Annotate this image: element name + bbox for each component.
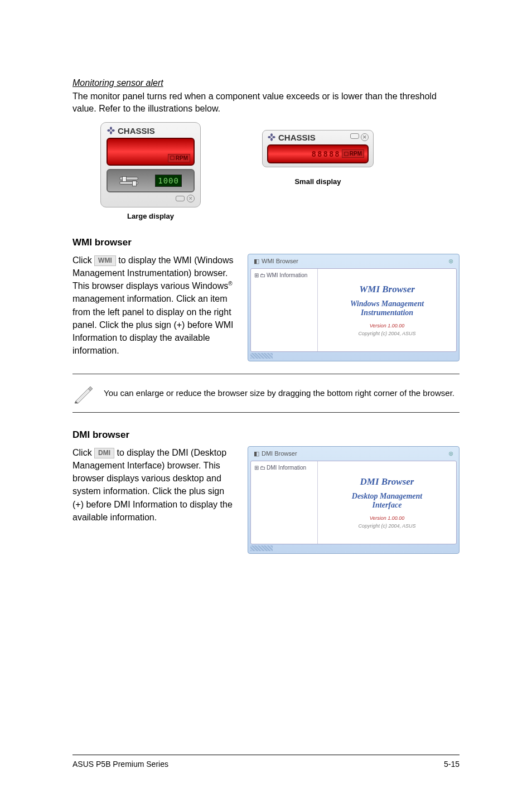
dmi-tree-pane: ⊞ 🗀 DMI Information [251, 461, 318, 544]
controller-icon[interactable] [176, 196, 185, 201]
registered-mark: ® [228, 281, 232, 287]
wmi-content-pane: WMI Browser Windows Management Instrumen… [318, 269, 456, 351]
window-icon: ◧ [254, 258, 259, 265]
svg-rect-1 [345, 152, 348, 156]
small-panel-header: CHASSIS ✕ [267, 133, 369, 142]
small-caption: Small display [262, 177, 374, 186]
large-display-panel: CHASSIS RPM 1000 ✕ [100, 122, 201, 207]
wmi-text-1: Click [72, 255, 94, 265]
large-panel-container: CHASSIS RPM 1000 ✕ [100, 122, 201, 220]
close-panel-icon[interactable]: ✕ [187, 195, 195, 202]
note-box: You can enlarge or reduce the browser si… [72, 374, 460, 413]
fan-icon-small [267, 133, 276, 142]
pencil-icon [72, 382, 95, 404]
large-panel-title: CHASSIS [118, 126, 155, 136]
controller-icon-small[interactable] [350, 133, 359, 139]
wmi-sub1: Windows Management [350, 299, 424, 308]
wmi-tree-label: WMI Information [267, 272, 307, 278]
dmi-version: Version 1.00.00 [370, 515, 405, 521]
wmi-window-titlebar: ◧WMI Browser ⊗ [250, 257, 457, 266]
dmi-browser-window: ◧DMI Browser ⊗ ⊞ 🗀 DMI Information DMI B… [248, 446, 460, 554]
dmi-content-pane: DMI Browser Desktop Management Interface… [318, 461, 456, 544]
dmi-section: Click DMI to display the DMI (Desktop Ma… [72, 446, 460, 554]
large-gray-controls: 1000 [107, 169, 195, 192]
rpm-mini-icon [170, 156, 175, 160]
wmi-section: Click WMI to display the WMI (Windows Ma… [72, 254, 460, 361]
wmi-tree-root[interactable]: ⊞ 🗀 WMI Information [254, 272, 314, 278]
large-caption: Large display [100, 212, 201, 220]
dmi-content-sub: Desktop Management Interface [352, 492, 422, 510]
dmi-heading: DMI browser [72, 429, 460, 441]
dmi-window-title: DMI Browser [262, 450, 297, 457]
footer-right: 5-15 [444, 760, 460, 769]
large-panel-header: CHASSIS [107, 126, 195, 136]
green-readout: 1000 [155, 175, 182, 187]
wmi-version: Version 1.00.00 [370, 323, 405, 328]
small-digits: 88888 [312, 149, 341, 158]
svg-rect-0 [171, 156, 174, 160]
dmi-window-titlebar: ◧DMI Browser ⊗ [250, 449, 457, 458]
large-red-gauge: RPM [107, 138, 195, 166]
wmi-text-3: management information. Click an item fr… [72, 294, 234, 355]
monitoring-description: The monitor panel turns red when a compo… [72, 90, 460, 115]
wmi-content-sub: Windows Management Instrumentation [350, 299, 424, 317]
monitoring-heading: Monitoring sensor alert [72, 78, 460, 88]
dmi-sub2: Interface [373, 501, 402, 509]
wmi-window-title: WMI Browser [262, 258, 298, 264]
fan-icon [107, 126, 115, 135]
dmi-text-1: Click [72, 448, 94, 457]
plus-icon[interactable]: ⊞ [254, 272, 259, 278]
wmi-browser-inner: ⊞ 🗀 WMI Information WMI Browser Windows … [250, 268, 457, 352]
dmi-text-2: to display the DMI (Desktop Management I… [72, 448, 233, 522]
small-panel-title: CHASSIS [278, 133, 316, 142]
wmi-browser-window: ◧WMI Browser ⊗ ⊞ 🗀 WMI Information WMI B… [248, 254, 460, 361]
slider-top[interactable] [119, 177, 138, 180]
panel-footer-icons: ✕ [107, 195, 195, 202]
plus-icon-dmi[interactable]: ⊞ [254, 465, 259, 471]
dmi-tree-label: DMI Information [267, 465, 306, 471]
window-icon-dmi: ◧ [254, 450, 259, 457]
dmi-copyright: Copyright (c) 2004, ASUS [358, 523, 415, 529]
slider-group [119, 177, 138, 185]
small-display-panel: CHASSIS ✕ 88888 RPM [262, 130, 374, 167]
dmi-tree-root[interactable]: ⊞ 🗀 DMI Information [254, 465, 314, 471]
note-text: You can enlarge or reduce the browser si… [104, 388, 454, 399]
page-footer: ASUS P5B Premium Series 5-15 [72, 755, 460, 769]
small-red-gauge: 88888 RPM [267, 144, 369, 163]
dmi-window-close-icon[interactable]: ⊗ [448, 450, 453, 457]
wmi-tree-pane: ⊞ 🗀 WMI Information [251, 269, 318, 351]
panels-row: CHASSIS RPM 1000 ✕ [72, 122, 460, 220]
wmi-copyright: Copyright (c) 2004, ASUS [358, 331, 415, 336]
footer-left: ASUS P5B Premium Series [72, 760, 168, 769]
dmi-content-title: DMI Browser [360, 476, 414, 487]
wmi-sub2: Instrumentation [361, 308, 413, 317]
slider-bottom[interactable] [119, 181, 138, 185]
folder-icon-dmi: 🗀 [260, 465, 265, 471]
resize-grip[interactable] [250, 353, 273, 359]
dmi-text: Click DMI to display the DMI (Desktop Ma… [72, 446, 236, 524]
rpm-label-small: RPM [350, 151, 362, 157]
wmi-heading: WMI browser [72, 237, 460, 248]
rpm-mini-icon-small [344, 152, 349, 156]
rpm-badge-large: RPM [168, 154, 190, 162]
dmi-button-chip[interactable]: DMI [94, 448, 114, 458]
folder-icon: 🗀 [260, 272, 265, 278]
close-panel-icon-small[interactable]: ✕ [361, 133, 369, 141]
small-panel-container: CHASSIS ✕ 88888 RPM Small display [262, 130, 374, 186]
dmi-sub1: Desktop Management [352, 492, 422, 500]
rpm-badge-small: RPM [342, 149, 364, 158]
wmi-content-title: WMI Browser [359, 284, 415, 295]
rpm-label-large: RPM [176, 155, 188, 161]
dmi-browser-inner: ⊞ 🗀 DMI Information DMI Browser Desktop … [250, 461, 457, 544]
wmi-text: Click WMI to display the WMI (Windows Ma… [72, 254, 236, 357]
wmi-window-close-icon[interactable]: ⊗ [448, 258, 453, 265]
wmi-button-chip[interactable]: WMI [94, 255, 116, 266]
resize-grip-dmi[interactable] [250, 545, 273, 551]
